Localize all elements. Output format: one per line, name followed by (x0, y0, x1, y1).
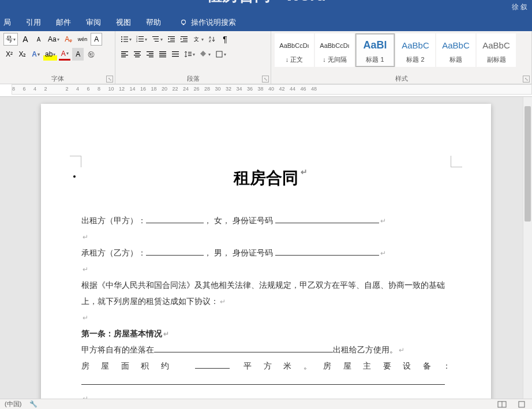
font-size-dropdown[interactable]: 号▾ (3, 33, 18, 46)
character-border-button[interactable]: A (91, 33, 102, 46)
style-subtitle[interactable]: AaBbC副标题 (477, 33, 516, 67)
svg-rect-37 (149, 53, 153, 54)
font-group-label: 字体 (0, 74, 115, 83)
text-effects-button[interactable]: A▾ (30, 48, 42, 61)
paragraph-lessee[interactable]: 承租方（乙方）：， 男， 身份证号码 ↵ (81, 245, 451, 261)
svg-rect-49 (188, 55, 192, 56)
decrease-indent-button[interactable] (166, 33, 177, 46)
svg-rect-46 (172, 56, 179, 57)
font-color-button[interactable]: A▾ (59, 48, 70, 61)
svg-point-6 (121, 41, 122, 42)
svg-rect-21 (181, 36, 188, 37)
distributed-button[interactable] (170, 48, 181, 61)
tab-help[interactable]: 帮助 (145, 15, 162, 30)
shrink-font-button[interactable]: A (33, 33, 44, 46)
align-left-button[interactable] (119, 48, 130, 61)
svg-rect-16 (155, 41, 159, 42)
ruler[interactable]: 8642246810121416182022242628303234363840… (0, 84, 532, 97)
highlight-button[interactable]: ab▾ (43, 48, 57, 61)
style-title[interactable]: AaBbC标题 (436, 33, 475, 67)
styles-dialog-launcher[interactable]: ⤡ (523, 76, 530, 82)
print-layout-button[interactable] (516, 400, 527, 408)
document-area[interactable]: 租房合同↵ 出租方（甲方）：， 女， 身份证号码 ↵ ↵ 承租方（乙方）：， 男… (0, 97, 532, 399)
align-justify-button[interactable] (157, 48, 168, 61)
shading-button[interactable]: ▾ (198, 48, 212, 61)
increase-indent-button[interactable] (178, 33, 190, 46)
subscript-button[interactable]: X₂ (17, 48, 28, 61)
svg-point-2 (121, 36, 122, 37)
align-center-button[interactable] (132, 48, 143, 61)
line-spacing-button[interactable]: ▾ (182, 48, 197, 61)
paragraph-dialog-launcher[interactable]: ⤡ (262, 76, 269, 82)
bullets-button[interactable]: ▾ (119, 33, 133, 46)
paragraph-lessor[interactable]: 出租方（甲方）：， 女， 身份证号码 ↵ (81, 212, 451, 228)
font-dialog-launcher[interactable]: ⤡ (106, 76, 113, 82)
show-paragraph-marks-button[interactable]: ¶ (219, 33, 231, 46)
svg-rect-47 (188, 52, 192, 52)
align-right-button[interactable] (144, 48, 156, 61)
tab-layout[interactable]: 局 (2, 15, 12, 30)
svg-rect-19 (170, 40, 175, 40)
multilevel-list-button[interactable]: ▾ (150, 33, 164, 46)
svg-rect-30 (121, 55, 128, 55)
doc-heading[interactable]: 租房合同↵ (81, 167, 451, 189)
ruler-tick: 32 (226, 86, 231, 92)
borders-button[interactable]: ▾ (213, 48, 228, 61)
paragraph-empty-2[interactable]: ↵ (81, 261, 451, 277)
user-name[interactable]: 徐 叙 (512, 2, 527, 12)
svg-rect-36 (147, 51, 153, 52)
tell-me-search[interactable]: 操作说明搜索 (179, 17, 236, 28)
tab-references[interactable]: 引用 (25, 15, 42, 30)
svg-rect-40 (159, 51, 166, 52)
clear-formatting-button[interactable]: Aᵩ (63, 33, 74, 46)
paragraph-empty-3[interactable]: ↵ (81, 309, 451, 325)
phonetic-guide-button[interactable]: wén (76, 33, 89, 46)
ruler-tick: 26 (194, 86, 200, 92)
svg-rect-5 (123, 39, 128, 40)
tell-me-label: 操作说明搜索 (191, 17, 236, 28)
paragraph-intro[interactable]: 根据《中华人民共和国合同法》及其他相关法律、法规规定，甲乙双方在平等、自愿、协商… (81, 277, 451, 309)
style-heading-2[interactable]: AaBbC标题 2 (396, 33, 435, 67)
ruler-tick: 4 (76, 86, 79, 92)
tab-review[interactable]: 审阅 (85, 15, 102, 30)
enclose-characters-button[interactable]: ㊓ (85, 48, 97, 61)
paragraph-empty[interactable]: ↵ (81, 228, 451, 245)
paragraph-location[interactable]: 甲方将自有的坐落在出租给乙方使用。↵ (81, 342, 451, 358)
ribbon-tabs: 局 引用 邮件 审阅 视图 帮助 操作说明搜索 (0, 14, 532, 31)
asian-layout-button[interactable]: 文▾ (191, 33, 205, 46)
ruler-tick: 16 (140, 86, 146, 92)
style-heading-1[interactable]: AaBl标题 1 (355, 33, 395, 67)
grow-font-button[interactable]: A (20, 33, 31, 46)
svg-rect-7 (123, 42, 128, 42)
accessibility-indicator[interactable]: 🔧 (29, 400, 38, 408)
svg-rect-50 (216, 51, 222, 57)
scrollbar-thumb[interactable] (524, 106, 531, 222)
svg-rect-39 (149, 57, 153, 57)
ruler-tick: 8 (98, 86, 100, 92)
styles-group-label: 样式 (271, 74, 531, 83)
style-no-spacing[interactable]: AaBbCcDı↓ 无间隔 (315, 33, 354, 67)
sort-button[interactable]: AZ (207, 33, 218, 46)
svg-text:Z: Z (209, 39, 211, 43)
character-shading-button[interactable]: A (72, 48, 84, 61)
paragraph-article-1[interactable]: 第一条：房屋基本情况↵ (81, 325, 451, 342)
paragraph-blank[interactable]: ↵ (81, 374, 451, 399)
svg-rect-38 (147, 55, 153, 55)
ruler-tick: 24 (183, 86, 189, 92)
vertical-scrollbar[interactable] (523, 97, 532, 399)
ruler-tick: 28 (204, 86, 210, 92)
style-normal[interactable]: AaBbCcDı↓ 正文 (275, 33, 314, 67)
read-mode-button[interactable] (496, 400, 508, 408)
ruler-tick: 22 (173, 86, 178, 92)
svg-rect-14 (152, 36, 159, 37)
ruler-tick: 6 (87, 86, 90, 92)
paragraph-area[interactable]: 房屋面积约 平方米。房屋主要设备： (81, 358, 451, 374)
tab-view[interactable]: 视图 (115, 15, 132, 30)
tab-mailings[interactable]: 邮件 (55, 15, 72, 30)
language-indicator[interactable]: (中国) (5, 400, 21, 408)
lightbulb-icon (179, 18, 188, 27)
superscript-button[interactable]: X² (3, 48, 15, 61)
numbering-button[interactable]: 123▾ (134, 33, 149, 46)
status-bar: (中国) 🔧 (0, 399, 532, 409)
change-case-button[interactable]: Aa▾ (46, 33, 61, 46)
